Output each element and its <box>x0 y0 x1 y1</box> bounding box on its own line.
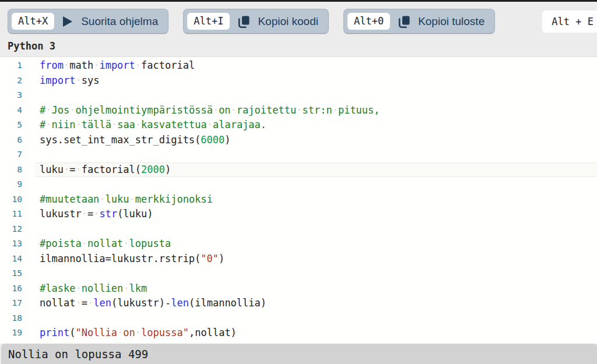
code-line-content: #laske·nollien·lkm <box>35 281 597 296</box>
line-number: 6 <box>0 133 35 148</box>
code-token: alarajaa. <box>213 119 266 130</box>
code-token: #laske <box>40 282 75 294</box>
code-line: 11lukustr·=·str(luku) <box>0 207 597 222</box>
code-line: 4#·Jos·ohjelmointiympäristössä·on·rajoit… <box>0 103 597 118</box>
code-token: ) <box>219 253 224 264</box>
line-number: 13 <box>0 236 35 252</box>
code-line-content <box>35 177 597 192</box>
code-token: lopussa" <box>141 327 189 338</box>
toolbar-button-row: Alt+XSuorita ohjelmaAlt+IKopioi koodiAlt… <box>0 9 597 34</box>
code-line: 3 <box>0 88 597 103</box>
code-token: · <box>93 59 99 71</box>
code-line-content <box>35 88 597 103</box>
code-token: · <box>75 297 81 309</box>
code-token: 2000 <box>141 164 165 175</box>
code-token: · <box>64 59 69 71</box>
code-token: sys <box>82 75 100 86</box>
code-token: on <box>219 104 230 116</box>
code-token: import <box>40 75 75 86</box>
code-line: 16#laske·nollien·lkm <box>0 281 597 296</box>
code-token: · <box>123 238 129 249</box>
code-line: 14ilmannollia=lukustr.rstrip("0") <box>0 252 597 267</box>
code-token: luku <box>106 193 129 205</box>
code-token: · <box>135 59 141 71</box>
code-token: len <box>171 297 189 309</box>
code-line-content: from·math·import·factorial <box>35 58 597 73</box>
code-token: · <box>87 297 93 309</box>
code-token: ( <box>69 327 75 338</box>
code-token: lkm <box>129 282 148 294</box>
code-token: · <box>82 238 87 249</box>
code-token: lopusta <box>129 238 171 249</box>
code-token: kasvatettua <box>141 119 207 130</box>
code-line-content: #·niin·tällä·saa·kasvatettua·alarajaa. <box>35 118 597 133</box>
code-line-content <box>35 311 597 326</box>
line-number: 11 <box>0 207 35 222</box>
code-token: (ilmannollia) <box>189 297 266 309</box>
code-token: saa <box>117 119 135 130</box>
code-token: ) <box>224 134 230 146</box>
button-label: Suorita ohjelma <box>81 15 158 28</box>
run-button[interactable]: Alt+XSuorita ohjelma <box>8 9 168 34</box>
copy-code-button[interactable]: Alt+IKopioi koodi <box>183 9 329 34</box>
code-line: 6sys.set_int_max_str_digits(6000) <box>0 133 597 148</box>
line-number: 16 <box>0 281 35 296</box>
code-line-content: sys.set_int_max_str_digits(6000) <box>35 133 597 148</box>
line-number: 17 <box>0 296 35 311</box>
output-bar: Nollia on lopussa 499 <box>1 344 597 364</box>
code-token: · <box>99 193 105 205</box>
code-line: 17nollat·=·len(lukustr)-len(ilmannollia) <box>0 296 597 311</box>
code-line: 10#muutetaan·luku·merkkijonoksi <box>0 192 597 207</box>
line-number: 10 <box>0 192 35 207</box>
code-token: "0" <box>201 253 219 264</box>
code-token: · <box>135 119 141 130</box>
line-number: 12 <box>0 222 35 237</box>
code-token: · <box>332 104 338 116</box>
code-token: · <box>135 327 141 338</box>
code-token: nollat <box>87 238 123 249</box>
copy-icon <box>398 15 410 28</box>
code-token: import <box>99 59 135 71</box>
line-number: 15 <box>0 266 35 281</box>
code-line: 12 <box>0 222 597 237</box>
code-token: # <box>40 104 45 116</box>
shortcut-badge-alt-e: Alt + E <box>542 10 597 33</box>
code-line: 7 <box>0 147 597 162</box>
language-label: Python 3 <box>8 40 597 52</box>
code-token: · <box>45 119 51 130</box>
code-line: 13#poista·nollat·lopusta <box>0 236 597 252</box>
code-token: = <box>69 164 75 175</box>
copy-output-button[interactable]: Alt+0Kopioi tuloste <box>343 9 495 34</box>
code-token: · <box>82 208 87 220</box>
code-token: str <box>99 208 117 220</box>
shortcut-badge: Alt+I <box>187 13 230 29</box>
code-token: · <box>117 327 123 338</box>
code-token: str:n <box>302 104 332 116</box>
line-number: 19 <box>0 326 35 341</box>
code-line-content <box>35 147 597 162</box>
code-token: · <box>69 104 75 116</box>
line-number: 18 <box>0 311 35 326</box>
code-token: nollat <box>40 297 75 309</box>
code-token: print <box>40 327 69 338</box>
button-label: Kopioi tuloste <box>418 15 484 28</box>
shortcut-badge: Alt+0 <box>347 13 390 29</box>
line-number: 14 <box>0 252 35 267</box>
code-token: · <box>129 193 135 205</box>
code-token: · <box>111 119 117 130</box>
code-token: (lukustr)- <box>111 297 171 309</box>
code-token: luku <box>40 164 64 175</box>
line-number: 3 <box>0 88 35 103</box>
code-token: · <box>45 104 51 116</box>
button-label: Kopioi koodi <box>258 15 318 28</box>
code-editor[interactable]: 1from·math·import·factorial2import·sys34… <box>0 56 597 344</box>
line-number: 9 <box>0 177 35 192</box>
code-line: 5#·niin·tällä·saa·kasvatettua·alarajaa. <box>0 118 597 133</box>
code-token: ilmannollia=lukustr.rstrip( <box>40 253 201 264</box>
code-line-content: #poista·nollat·lopusta <box>35 236 597 252</box>
code-token: math <box>69 59 93 71</box>
code-token: lukustr <box>40 208 82 220</box>
shortcut-badge: Alt+X <box>12 13 54 29</box>
code-token: · <box>75 75 81 86</box>
code-token: · <box>75 282 81 294</box>
